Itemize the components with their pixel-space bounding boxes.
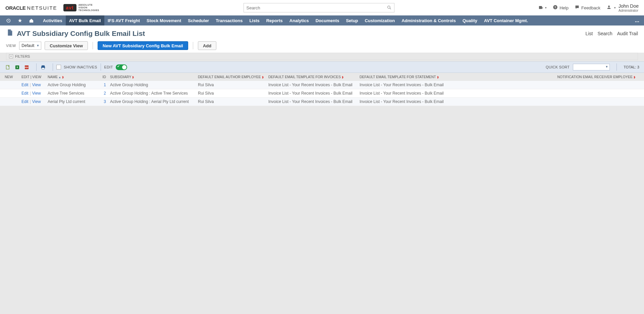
divider bbox=[616, 63, 617, 71]
customize-view-button[interactable]: Customize View bbox=[45, 41, 88, 50]
quick-sort-label: QUICK SORT bbox=[546, 65, 570, 69]
filters-strip[interactable]: + FILTERS bbox=[6, 53, 638, 60]
col-subsidiary[interactable]: SUBSIDIARY◗ bbox=[110, 75, 198, 79]
nav-transactions[interactable]: Transactions bbox=[212, 15, 246, 25]
cell-tmpl-inv: Invoice List - Your Recent Invoices - Bu… bbox=[268, 99, 360, 104]
view-link[interactable]: View bbox=[32, 99, 41, 104]
svg-rect-4 bbox=[542, 7, 542, 9]
edit-label: EDIT bbox=[104, 65, 113, 69]
nav-container-mgmt[interactable]: AVT Container Mgmt. bbox=[481, 15, 531, 25]
create-new-icon[interactable]: ▾ bbox=[538, 5, 547, 10]
divider bbox=[193, 42, 193, 49]
nav-setup[interactable]: Setup bbox=[342, 15, 361, 25]
nav-scheduler[interactable]: Scheduler bbox=[184, 15, 212, 25]
edit-link[interactable]: Edit bbox=[21, 91, 29, 96]
col-edit-view[interactable]: EDIT | VIEW bbox=[21, 75, 48, 79]
nav-activities[interactable]: Activities bbox=[40, 15, 66, 25]
cell-name: Active Group Holding bbox=[48, 83, 97, 87]
col-tmpl-invoices[interactable]: DEFAULT EMAIL TEMPLATE FOR INVOICES◗ bbox=[268, 75, 360, 79]
total-count: TOTAL: 3 bbox=[624, 65, 639, 69]
cell-subsidiary: Active Group Holding bbox=[110, 83, 198, 87]
search-icon[interactable] bbox=[387, 5, 392, 11]
svg-rect-9 bbox=[6, 65, 9, 69]
col-new[interactable]: NEW bbox=[5, 75, 21, 79]
col-default-author[interactable]: DEFAULT EMAIL AUTHOR EMPLOYEE◗ bbox=[198, 75, 268, 79]
top-header: ORACLE NETSUITE avt ABSOLUTE VISION TECH… bbox=[0, 0, 644, 15]
page-link-audit-trail[interactable]: Audit Trail bbox=[617, 31, 638, 36]
divider bbox=[53, 63, 53, 71]
nav-more[interactable]: ... bbox=[630, 15, 644, 25]
cell-author: Rui Silva bbox=[198, 91, 268, 96]
svg-rect-2 bbox=[539, 6, 542, 9]
cell-tmpl-stmt: Invoice List - Your Recent Invoices - Bu… bbox=[360, 91, 450, 96]
edit-link[interactable]: Edit bbox=[21, 99, 29, 104]
new-record-button[interactable]: New AVT Subsidiary Config Bulk Email bbox=[98, 41, 188, 50]
user-icon bbox=[606, 5, 611, 11]
nav-avt-bulk-email[interactable]: AVT Bulk Email bbox=[66, 15, 104, 25]
sort-asc-icon: ▲ bbox=[58, 76, 61, 79]
show-inactives-checkbox[interactable] bbox=[56, 65, 61, 69]
view-link[interactable]: View bbox=[32, 91, 41, 96]
edit-link[interactable]: Edit bbox=[21, 83, 29, 87]
nav-lists[interactable]: Lists bbox=[246, 15, 263, 25]
edit-toggle[interactable] bbox=[116, 64, 127, 70]
show-inactives-label: SHOW INACTIVES bbox=[64, 65, 97, 69]
divider bbox=[93, 42, 93, 49]
custom-field-icon: ◗ bbox=[262, 75, 264, 79]
divider bbox=[101, 63, 101, 71]
nav-customization[interactable]: Customization bbox=[362, 15, 398, 25]
col-name[interactable]: NAME▲◗ bbox=[48, 75, 97, 79]
export-csv-icon[interactable] bbox=[5, 64, 11, 70]
oracle-netsuite-logo: ORACLE NETSUITE bbox=[5, 5, 57, 11]
custom-field-icon: ◗ bbox=[437, 75, 439, 79]
action-row: VIEW Default Customize View New AVT Subs… bbox=[0, 40, 644, 53]
page-link-list[interactable]: List bbox=[586, 31, 593, 36]
avt-logo: avt ABSOLUTE VISION TECHNOLOGIES bbox=[63, 4, 99, 12]
page-head: AVT Subsidiary Config Bulk Email List Li… bbox=[0, 25, 644, 40]
list-toolbar: X PDF SHOW INACTIVES EDIT QUICK SORT TOT… bbox=[0, 61, 644, 73]
print-icon[interactable] bbox=[40, 64, 46, 70]
cell-tmpl-inv: Invoice List - Your Recent Invoices - Bu… bbox=[268, 83, 360, 87]
cell-subsidiary: Active Group Holding : Active Tree Servi… bbox=[110, 91, 198, 96]
cell-tmpl-inv: Invoice List - Your Recent Invoices - Bu… bbox=[268, 91, 360, 96]
nav-quality[interactable]: Quality bbox=[459, 15, 481, 25]
home-icon[interactable] bbox=[25, 18, 37, 23]
recent-records-icon[interactable] bbox=[3, 18, 14, 23]
col-tmpl-statement[interactable]: DEFAULT EMAIL TEMPLATE FOR STATEMENT◗ bbox=[360, 75, 450, 79]
add-button[interactable]: Add bbox=[198, 41, 216, 50]
col-id[interactable]: ID bbox=[97, 75, 110, 79]
view-label: VIEW bbox=[6, 44, 16, 48]
svg-text:X: X bbox=[16, 66, 18, 68]
export-pdf-icon[interactable]: PDF bbox=[23, 64, 30, 70]
export-excel-icon[interactable]: X bbox=[14, 64, 20, 70]
nav-reports[interactable]: Reports bbox=[263, 15, 286, 25]
cell-name: Active Tree Services bbox=[48, 91, 97, 96]
view-select[interactable]: Default bbox=[19, 42, 41, 50]
table-row: Edit|View Active Group Holding 1 Active … bbox=[0, 81, 644, 89]
cell-id[interactable]: 3 bbox=[97, 99, 110, 104]
cell-id[interactable]: 2 bbox=[97, 91, 110, 96]
nav-documents[interactable]: Documents bbox=[312, 15, 343, 25]
page-link-search[interactable]: Search bbox=[597, 31, 612, 36]
cell-author: Rui Silva bbox=[198, 83, 268, 87]
quick-sort-select[interactable] bbox=[573, 64, 610, 70]
nav-analytics[interactable]: Analytics bbox=[286, 15, 312, 25]
cell-id[interactable]: 1 bbox=[97, 83, 110, 87]
view-link[interactable]: View bbox=[32, 83, 41, 87]
nav-stock-movement[interactable]: Stock Movement bbox=[143, 15, 184, 25]
cell-name: Aerial Pty Ltd current bbox=[48, 99, 97, 104]
user-menu[interactable]: ▾ John Doe Administrator bbox=[606, 3, 639, 12]
search-input[interactable] bbox=[244, 3, 394, 12]
col-notif-receiver[interactable]: NOTIFICATION EMAIL RECEIVER EMPLOYEE◗ bbox=[450, 75, 639, 79]
feedback-link[interactable]: Feedback bbox=[575, 5, 600, 11]
custom-field-icon: ◗ bbox=[634, 75, 635, 79]
svg-rect-14 bbox=[42, 65, 45, 66]
favorites-icon[interactable] bbox=[14, 18, 25, 23]
table-row: Edit|View Aerial Pty Ltd current 3 Activ… bbox=[0, 98, 644, 106]
expand-filters-icon[interactable]: + bbox=[9, 54, 13, 58]
help-link[interactable]: ? Help bbox=[553, 5, 569, 11]
svg-text:?: ? bbox=[554, 6, 556, 9]
nav-ifs-avt-freight[interactable]: IFS AVT Freight bbox=[104, 15, 143, 25]
nav-admin-controls[interactable]: Administration & Controls bbox=[398, 15, 459, 25]
custom-field-icon: ◗ bbox=[342, 75, 343, 79]
